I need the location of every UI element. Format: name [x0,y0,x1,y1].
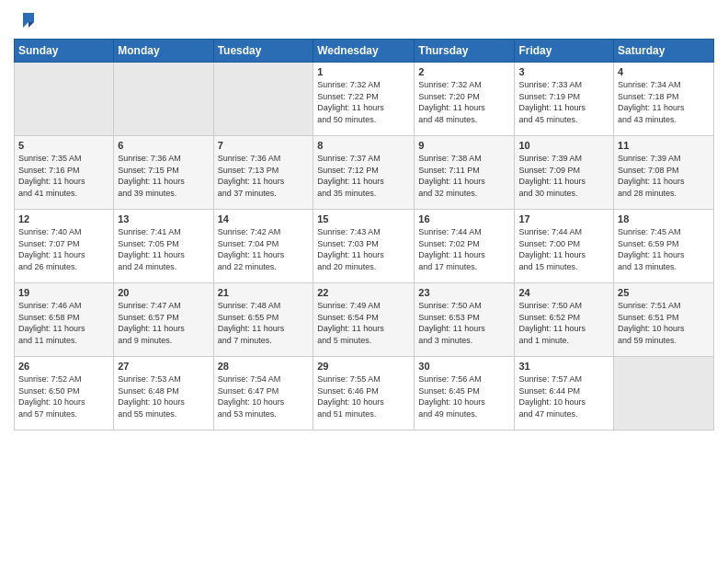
day-number: 22 [317,287,410,298]
calendar-day: 2Sunrise: 7:32 AM Sunset: 7:20 PM Daylig… [415,63,515,136]
day-info: Sunrise: 7:47 AM Sunset: 6:57 PM Dayligh… [118,300,209,346]
day-number: 13 [118,213,209,224]
day-number: 15 [317,213,410,224]
calendar-day [614,357,714,431]
calendar-day: 27Sunrise: 7:53 AM Sunset: 6:48 PM Dayli… [114,357,213,431]
calendar-day: 16Sunrise: 7:44 AM Sunset: 7:02 PM Dayli… [415,210,515,283]
day-number: 4 [618,66,710,77]
calendar-day: 5Sunrise: 7:35 AM Sunset: 7:16 PM Daylig… [15,136,114,210]
calendar-day [114,63,213,136]
page: SundayMondayTuesdayWednesdayThursdayFrid… [0,0,728,563]
calendar-week-row: 19Sunrise: 7:46 AM Sunset: 6:58 PM Dayli… [15,283,714,357]
calendar-day: 9Sunrise: 7:38 AM Sunset: 7:11 PM Daylig… [415,136,515,210]
header [14,9,714,31]
calendar-week-row: 12Sunrise: 7:40 AM Sunset: 7:07 PM Dayli… [15,210,714,283]
day-number: 18 [618,213,710,224]
day-info: Sunrise: 7:32 AM Sunset: 7:22 PM Dayligh… [317,79,410,125]
calendar-week-row: 5Sunrise: 7:35 AM Sunset: 7:16 PM Daylig… [15,136,714,210]
day-number: 25 [618,287,710,298]
day-number: 16 [418,213,510,224]
day-of-week-header: Saturday [614,40,714,63]
day-info: Sunrise: 7:48 AM Sunset: 6:55 PM Dayligh… [218,300,310,346]
day-info: Sunrise: 7:50 AM Sunset: 6:53 PM Dayligh… [418,300,510,346]
day-of-week-header: Tuesday [213,40,313,63]
day-of-week-header: Sunday [15,40,114,63]
day-of-week-header: Friday [515,40,614,63]
day-info: Sunrise: 7:43 AM Sunset: 7:03 PM Dayligh… [317,226,410,272]
day-info: Sunrise: 7:55 AM Sunset: 6:46 PM Dayligh… [317,373,410,419]
day-info: Sunrise: 7:56 AM Sunset: 6:45 PM Dayligh… [418,373,510,419]
logo [14,9,38,31]
calendar-day: 3Sunrise: 7:33 AM Sunset: 7:19 PM Daylig… [515,63,614,136]
day-number: 30 [418,361,510,372]
calendar-header-row: SundayMondayTuesdayWednesdayThursdayFrid… [15,40,714,63]
calendar-day: 7Sunrise: 7:36 AM Sunset: 7:13 PM Daylig… [213,136,313,210]
day-info: Sunrise: 7:45 AM Sunset: 6:59 PM Dayligh… [618,226,710,272]
logo-text [14,9,38,31]
day-number: 9 [418,140,510,151]
calendar-day: 11Sunrise: 7:39 AM Sunset: 7:08 PM Dayli… [614,136,714,210]
calendar-day: 13Sunrise: 7:41 AM Sunset: 7:05 PM Dayli… [114,210,213,283]
calendar-day: 22Sunrise: 7:49 AM Sunset: 6:54 PM Dayli… [313,283,415,357]
day-info: Sunrise: 7:51 AM Sunset: 6:51 PM Dayligh… [618,300,710,346]
day-info: Sunrise: 7:53 AM Sunset: 6:48 PM Dayligh… [118,373,209,419]
calendar-day: 18Sunrise: 7:45 AM Sunset: 6:59 PM Dayli… [614,210,714,283]
calendar-day: 29Sunrise: 7:55 AM Sunset: 6:46 PM Dayli… [313,357,415,431]
calendar-day: 20Sunrise: 7:47 AM Sunset: 6:57 PM Dayli… [114,283,213,357]
day-info: Sunrise: 7:52 AM Sunset: 6:50 PM Dayligh… [18,373,109,419]
day-number: 26 [18,361,109,372]
day-number: 14 [218,213,310,224]
day-number: 2 [418,66,510,77]
calendar-week-row: 1Sunrise: 7:32 AM Sunset: 7:22 PM Daylig… [15,63,714,136]
day-number: 21 [218,287,310,298]
calendar-week-row: 26Sunrise: 7:52 AM Sunset: 6:50 PM Dayli… [15,357,714,431]
calendar-day: 23Sunrise: 7:50 AM Sunset: 6:53 PM Dayli… [415,283,515,357]
day-number: 11 [618,140,710,151]
day-number: 1 [317,66,410,77]
calendar: SundayMondayTuesdayWednesdayThursdayFrid… [14,39,714,431]
day-number: 17 [518,213,609,224]
calendar-day: 19Sunrise: 7:46 AM Sunset: 6:58 PM Dayli… [15,283,114,357]
day-number: 23 [418,287,510,298]
calendar-day: 6Sunrise: 7:36 AM Sunset: 7:15 PM Daylig… [114,136,213,210]
calendar-day: 12Sunrise: 7:40 AM Sunset: 7:07 PM Dayli… [15,210,114,283]
day-info: Sunrise: 7:36 AM Sunset: 7:15 PM Dayligh… [118,153,209,199]
day-info: Sunrise: 7:35 AM Sunset: 7:16 PM Dayligh… [18,153,109,199]
day-info: Sunrise: 7:44 AM Sunset: 7:02 PM Dayligh… [418,226,510,272]
day-number: 3 [518,66,609,77]
day-info: Sunrise: 7:42 AM Sunset: 7:04 PM Dayligh… [218,226,310,272]
calendar-day [213,63,313,136]
calendar-day: 8Sunrise: 7:37 AM Sunset: 7:12 PM Daylig… [313,136,415,210]
day-info: Sunrise: 7:39 AM Sunset: 7:09 PM Dayligh… [518,153,609,199]
day-info: Sunrise: 7:32 AM Sunset: 7:20 PM Dayligh… [418,79,510,125]
day-number: 12 [18,213,109,224]
calendar-day: 31Sunrise: 7:57 AM Sunset: 6:44 PM Dayli… [515,357,614,431]
day-of-week-header: Wednesday [313,40,415,63]
svg-marker-1 [28,22,34,28]
calendar-day: 26Sunrise: 7:52 AM Sunset: 6:50 PM Dayli… [15,357,114,431]
day-of-week-header: Thursday [415,40,515,63]
day-of-week-header: Monday [114,40,213,63]
calendar-day: 10Sunrise: 7:39 AM Sunset: 7:09 PM Dayli… [515,136,614,210]
calendar-day: 4Sunrise: 7:34 AM Sunset: 7:18 PM Daylig… [614,63,714,136]
calendar-day: 30Sunrise: 7:56 AM Sunset: 6:45 PM Dayli… [415,357,515,431]
day-number: 27 [118,361,209,372]
day-info: Sunrise: 7:38 AM Sunset: 7:11 PM Dayligh… [418,153,510,199]
day-number: 29 [317,361,410,372]
calendar-day: 28Sunrise: 7:54 AM Sunset: 6:47 PM Dayli… [213,357,313,431]
day-number: 31 [518,361,609,372]
day-info: Sunrise: 7:33 AM Sunset: 7:19 PM Dayligh… [518,79,609,125]
calendar-day: 21Sunrise: 7:48 AM Sunset: 6:55 PM Dayli… [213,283,313,357]
day-info: Sunrise: 7:40 AM Sunset: 7:07 PM Dayligh… [18,226,109,272]
calendar-day: 14Sunrise: 7:42 AM Sunset: 7:04 PM Dayli… [213,210,313,283]
calendar-day: 24Sunrise: 7:50 AM Sunset: 6:52 PM Dayli… [515,283,614,357]
day-number: 20 [118,287,209,298]
day-info: Sunrise: 7:39 AM Sunset: 7:08 PM Dayligh… [618,153,710,199]
day-info: Sunrise: 7:41 AM Sunset: 7:05 PM Dayligh… [118,226,209,272]
calendar-day [15,63,114,136]
calendar-day: 25Sunrise: 7:51 AM Sunset: 6:51 PM Dayli… [614,283,714,357]
day-number: 28 [218,361,310,372]
day-number: 24 [518,287,609,298]
calendar-day: 15Sunrise: 7:43 AM Sunset: 7:03 PM Dayli… [313,210,415,283]
calendar-day: 17Sunrise: 7:44 AM Sunset: 7:00 PM Dayli… [515,210,614,283]
